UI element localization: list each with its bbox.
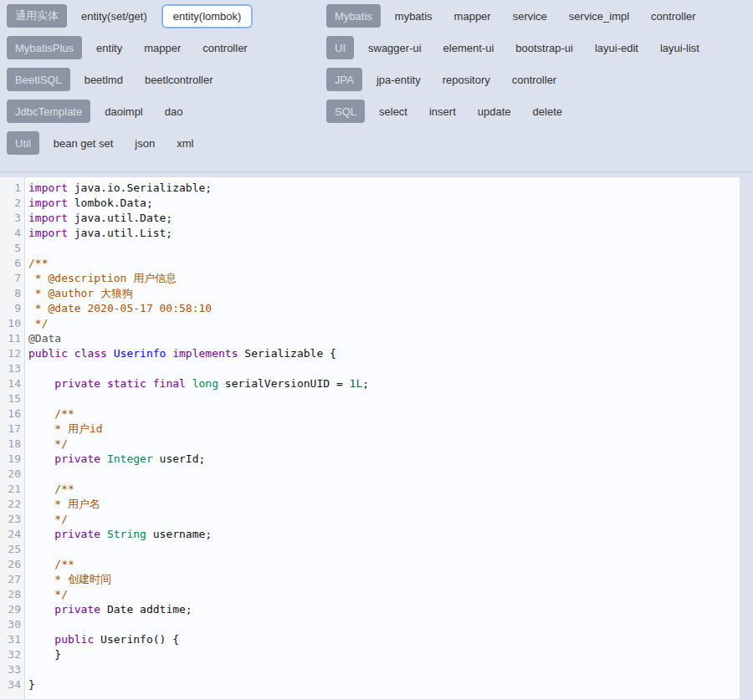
template-item-beetlmd[interactable]: beetlmd xyxy=(77,68,131,92)
template-item-update[interactable]: update xyxy=(470,100,519,124)
category-label-ui: UI xyxy=(326,36,354,59)
template-item-swagger-ui[interactable]: swagger-ui xyxy=(361,36,429,60)
line-number: 31 xyxy=(3,632,21,647)
line-number-gutter: 1234567891011121314151617181920212223242… xyxy=(0,177,25,699)
toolbar-right-column: Mybatismybatismapperserviceservice_implc… xyxy=(326,4,753,163)
template-item-mapper[interactable]: mapper xyxy=(136,36,188,60)
code-line: public Userinfo() { xyxy=(28,632,740,647)
template-item-entity-set-get[interactable]: entity(set/get) xyxy=(74,4,155,28)
template-item-controller[interactable]: controller xyxy=(195,36,254,60)
toolbar-row: UIswagger-uielement-uibootstrap-uilayui-… xyxy=(326,36,753,59)
template-item-jpa-entity[interactable]: jpa-entity xyxy=(369,68,428,92)
line-number: 5 xyxy=(3,241,21,256)
line-number: 4 xyxy=(3,226,21,241)
line-number: 8 xyxy=(3,286,21,301)
line-number: 6 xyxy=(3,256,21,271)
code-line: * @author 大狼狗 xyxy=(28,286,740,301)
template-item-beetlcontroller[interactable]: beetlcontroller xyxy=(137,68,221,92)
category-label-sql: SQL xyxy=(326,100,365,123)
code-editor[interactable]: 1234567891011121314151617181920212223242… xyxy=(0,177,740,699)
category-label-jpa: JPA xyxy=(326,68,362,91)
line-number: 25 xyxy=(3,542,21,557)
template-item-daoimpl[interactable]: daoimpl xyxy=(97,100,151,124)
template-item-dao[interactable]: dao xyxy=(157,100,191,124)
category-label-mybatisplus: MybatisPlus xyxy=(7,36,82,59)
template-item-element-ui[interactable]: element-ui xyxy=(436,36,502,60)
line-number: 20 xyxy=(3,467,21,482)
template-item-repository[interactable]: repository xyxy=(435,68,498,92)
code-line xyxy=(28,662,740,677)
template-item-xml[interactable]: xml xyxy=(169,131,201,156)
line-number: 13 xyxy=(3,361,21,376)
toolbar-left-column: 通用实体entity(set/get)entity(lombok)Mybatis… xyxy=(7,4,326,163)
code-line: private String username; xyxy=(28,527,740,542)
template-item-service[interactable]: service xyxy=(505,4,555,28)
code-line: * 用户id xyxy=(28,422,740,437)
line-number: 18 xyxy=(3,437,21,452)
template-item-select[interactable]: select xyxy=(371,100,415,124)
toolbar-row: Mybatismybatismapperserviceservice_implc… xyxy=(326,4,753,28)
code-line: /** xyxy=(28,406,740,422)
line-number: 10 xyxy=(3,316,21,331)
code-line xyxy=(28,361,740,376)
line-number: 14 xyxy=(3,376,21,391)
code-line: @Data xyxy=(28,331,740,346)
code-line: import java.util.Date; xyxy=(28,211,740,226)
template-item-mybatis[interactable]: mybatis xyxy=(387,4,440,28)
toolbar-row: JPAjpa-entityrepositorycontroller xyxy=(326,68,753,91)
line-number: 7 xyxy=(3,271,21,286)
template-toolbar: 通用实体entity(set/get)entity(lombok)Mybatis… xyxy=(0,0,753,163)
code-line: import java.io.Serializable; xyxy=(28,181,740,196)
line-number: 3 xyxy=(3,211,21,226)
line-number: 11 xyxy=(3,331,21,346)
template-item-mapper[interactable]: mapper xyxy=(447,4,499,28)
code-line: private Integer userId; xyxy=(28,452,740,467)
line-number: 19 xyxy=(3,452,21,467)
line-number: 17 xyxy=(3,422,21,437)
line-number: 1 xyxy=(3,181,21,196)
template-item-bean-get-set[interactable]: bean get set xyxy=(46,131,121,156)
line-number: 27 xyxy=(3,572,21,587)
template-item-controller[interactable]: controller xyxy=(505,68,564,92)
code-line xyxy=(28,391,740,406)
category-label-cjk: 通用实体 xyxy=(7,4,67,28)
template-item-entity-lombok[interactable]: entity(lombok) xyxy=(161,4,254,28)
line-number: 22 xyxy=(3,497,21,512)
toolbar-row: BeetlSQLbeetlmdbeetlcontroller xyxy=(7,68,326,91)
category-label-util: Util xyxy=(7,131,39,155)
code-content[interactable]: import java.io.Serializable;import lombo… xyxy=(25,177,740,699)
code-line: } xyxy=(28,677,740,692)
line-number: 16 xyxy=(3,406,21,422)
template-item-bootstrap-ui[interactable]: bootstrap-ui xyxy=(508,36,581,60)
category-label-jdbctemplate: JdbcTemplate xyxy=(7,100,90,123)
template-item-layui-list[interactable]: layui-list xyxy=(653,36,707,60)
line-number: 30 xyxy=(3,617,21,632)
template-item-entity[interactable]: entity xyxy=(89,36,130,60)
line-number: 23 xyxy=(3,512,21,527)
template-item-json[interactable]: json xyxy=(127,131,162,156)
line-number: 9 xyxy=(3,301,21,316)
line-number: 15 xyxy=(3,391,21,406)
line-number: 26 xyxy=(3,557,21,572)
line-number: 29 xyxy=(3,602,21,617)
line-number: 2 xyxy=(3,196,21,211)
code-line xyxy=(28,542,740,557)
code-line: private Date addtime; xyxy=(28,602,740,617)
line-number: 12 xyxy=(3,346,21,361)
line-number: 32 xyxy=(3,647,21,662)
toolbar-row: 通用实体entity(set/get)entity(lombok) xyxy=(7,4,326,28)
line-number: 21 xyxy=(3,482,21,497)
code-line: } xyxy=(28,647,740,662)
template-item-controller[interactable]: controller xyxy=(643,4,703,28)
template-item-service-impl[interactable]: service_impl xyxy=(561,4,637,28)
line-number: 33 xyxy=(3,662,21,677)
code-line xyxy=(28,617,740,632)
template-item-insert[interactable]: insert xyxy=(422,100,464,124)
template-item-layui-edit[interactable]: layui-edit xyxy=(587,36,646,60)
code-line: */ xyxy=(28,316,740,331)
code-line: * 创建时间 xyxy=(28,572,740,587)
category-label-mybatis: Mybatis xyxy=(326,4,381,28)
toolbar-editor-divider xyxy=(0,171,753,172)
code-line: */ xyxy=(28,587,740,602)
template-item-delete[interactable]: delete xyxy=(525,100,570,124)
